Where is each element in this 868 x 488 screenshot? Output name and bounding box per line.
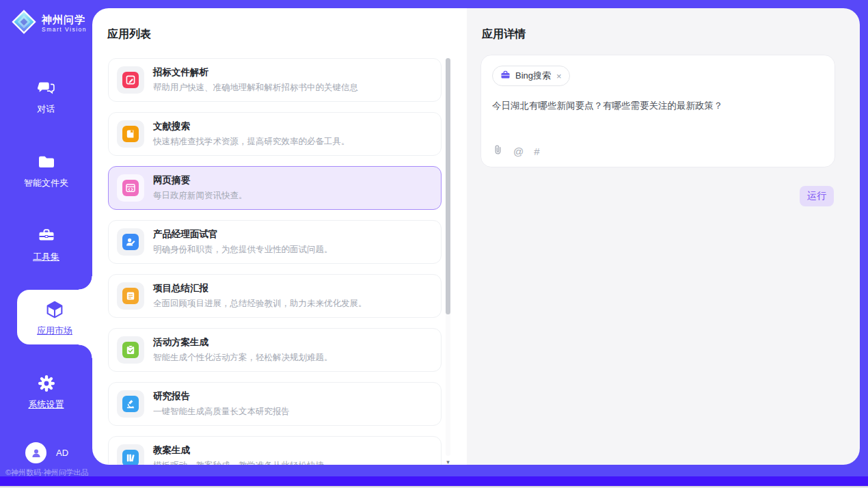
app-card-title: 产品经理面试官 (153, 228, 333, 241)
tool-chip-bing-search[interactable]: Bing搜索 × (492, 66, 570, 86)
app-card-icon (117, 282, 144, 310)
scrollbar-thumb[interactable] (446, 58, 450, 314)
folder-icon (37, 150, 56, 174)
app-card-title: 教案生成 (153, 444, 324, 457)
app-card-description: 全面回顾项目进展，总结经验教训，助力未来优化发展。 (153, 298, 367, 310)
sidebar-item-label: 应用市场 (37, 325, 72, 337)
sidebar-item-chat[interactable]: 对话 (0, 68, 92, 123)
app-card-title: 网页摘要 (153, 174, 247, 187)
at-icon[interactable]: @ (513, 146, 524, 157)
app-card-description: 一键智能生成高质量长文本研究报告 (153, 406, 290, 418)
prompt-toolbar: @ # (493, 144, 540, 158)
pen-document-icon (122, 72, 139, 88)
scroll-down-arrow-icon[interactable]: ▾ (445, 459, 451, 465)
sidebar-nav: 对话 智能文件夹 工具集 应用市场 系统设置 (0, 68, 92, 437)
brand-logo: 神州问学 Smart Vision (11, 9, 87, 38)
run-button[interactable]: 运行 (800, 186, 834, 206)
person-edit-icon (122, 234, 139, 250)
app-card[interactable]: 文献搜索 快速精准查找学术资源，提高研究效率的必备工具。 (108, 112, 442, 156)
app-card-description: 智能生成个性化活动方案，轻松解决规划难题。 (153, 352, 333, 364)
browser-code-icon (122, 180, 139, 196)
brand-name: 神州问学 (42, 14, 87, 26)
main-content: 应用列表 招标文件解析 帮助用户快速、准确地理解和解析招标书中的关键信息 文献搜… (92, 8, 860, 465)
app-card-description: 明确身份和职责，为您提供专业性的面试问题。 (153, 244, 333, 256)
sidebar-item-label: 对话 (38, 103, 55, 116)
diamond-logo-icon (11, 9, 37, 38)
app-detail-panel: 应用详情 Bing搜索 × 今日湖北有哪些新闻要点？有哪些需要关注的最新政策？ (467, 8, 860, 465)
prompt-text[interactable]: 今日湖北有哪些新闻要点？有哪些需要关注的最新政策？ (492, 99, 824, 112)
note-icon (122, 288, 139, 304)
app-card-icon (117, 336, 144, 364)
app-card[interactable]: 项目总结汇报 全面回顾项目进展，总结经验教训，助力未来优化发展。 (108, 274, 442, 318)
app-card-title: 研究报告 (153, 390, 290, 403)
books-icon (122, 450, 139, 465)
app-card[interactable]: 活动方案生成 智能生成个性化活动方案，轻松解决规划难题。 (108, 328, 442, 372)
app-card[interactable]: 研究报告 一键智能生成高质量长文本研究报告 (108, 382, 442, 426)
briefcase-icon (500, 70, 511, 83)
sidebar-item-label: 系统设置 (29, 398, 64, 411)
person-icon (30, 447, 42, 459)
sidebar-item-toolset[interactable]: 工具集 (0, 216, 92, 271)
sidebar-item-label: 智能文件夹 (24, 177, 68, 189)
app-list-panel: 应用列表 招标文件解析 帮助用户快速、准确地理解和解析招标书中的关键信息 文献搜… (92, 8, 467, 465)
user-row[interactable]: AD (25, 442, 68, 463)
prompt-card: Bing搜索 × 今日湖北有哪些新闻要点？有哪些需要关注的最新政策？ @ # (480, 55, 835, 167)
app-card-list: 招标文件解析 帮助用户快速、准确地理解和解析招标书中的关键信息 文献搜索 快速精… (108, 58, 442, 465)
app-window: 神州问学 Smart Vision 对话 智能文件夹 工具集 应用市场 系统设置… (0, 0, 868, 476)
sidebar-item-smart-folders[interactable]: 智能文件夹 (0, 142, 92, 197)
app-card-icon (117, 174, 144, 202)
app-card-title: 活动方案生成 (153, 336, 333, 349)
gear-icon (37, 372, 56, 395)
scrollbar[interactable]: ▾ (445, 58, 451, 465)
app-card-title: 文献搜索 (153, 120, 350, 133)
app-card-icon (117, 120, 144, 148)
tool-chip-label: Bing搜索 (515, 70, 551, 82)
app-card-title: 招标文件解析 (153, 66, 358, 79)
sidebar-item-settings[interactable]: 系统设置 (0, 364, 92, 418)
app-card-description: 每日政府新闻资讯快查。 (153, 190, 247, 202)
microscope-icon (122, 396, 139, 412)
app-card-icon (117, 444, 144, 465)
sidebar-item-label: 工具集 (33, 251, 59, 263)
app-card[interactable]: 教案生成 模板驱动，教案秒成，教学准备从此轻松快捷 (108, 436, 442, 465)
app-card[interactable]: 招标文件解析 帮助用户快速、准确地理解和解析招标书中的关键信息 (108, 58, 442, 102)
app-card[interactable]: 产品经理面试官 明确身份和职责，为您提供专业性的面试问题。 (108, 220, 442, 264)
app-card-icon (117, 228, 144, 256)
app-list-title: 应用列表 (107, 27, 151, 42)
app-card-icon (117, 66, 144, 94)
book-icon (122, 126, 139, 142)
app-card-description: 快速精准查找学术资源，提高研究效率的必备工具。 (153, 136, 350, 148)
app-card-description: 模板驱动，教案秒成，教学准备从此轻松快捷 (153, 460, 324, 465)
toolbox-icon (37, 224, 56, 247)
app-card-icon (117, 390, 144, 418)
sidebar: 神州问学 Smart Vision 对话 智能文件夹 工具集 应用市场 系统设置… (0, 0, 92, 476)
avatar[interactable] (25, 442, 46, 463)
cube-icon (44, 298, 66, 321)
paperclip-icon[interactable] (493, 144, 503, 158)
hash-icon[interactable]: # (534, 146, 539, 157)
app-card-title: 项目总结汇报 (153, 282, 367, 295)
clipboard-check-icon (122, 342, 139, 358)
app-card[interactable]: 网页摘要 每日政府新闻资讯快查。 (108, 166, 442, 210)
bottom-blue-strip (0, 476, 868, 486)
user-label: AD (56, 448, 68, 458)
brand-subtitle: Smart Vision (42, 26, 87, 33)
app-card-description: 帮助用户快速、准确地理解和解析招标书中的关键信息 (153, 82, 358, 94)
sidebar-item-app-market[interactable]: 应用市场 (17, 290, 92, 344)
chip-close-icon[interactable]: × (556, 71, 562, 81)
chat-icon (37, 77, 56, 100)
app-detail-title: 应用详情 (482, 27, 526, 42)
